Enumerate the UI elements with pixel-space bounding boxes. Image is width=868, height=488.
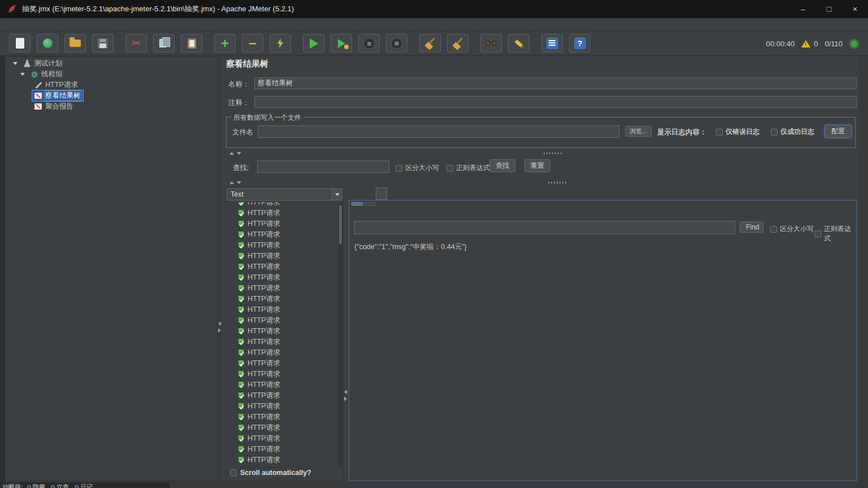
minimize-button[interactable]: – (790, 0, 816, 18)
tree-item-test-plan[interactable]: 测试计划 (5, 58, 217, 69)
sample-item[interactable]: HTTP请求 (227, 390, 338, 401)
sample-item[interactable]: HTTP请求 (227, 358, 338, 369)
start-no-pauses-button[interactable] (331, 34, 352, 53)
collapse-all-button[interactable] (242, 34, 263, 53)
sample-item[interactable]: HTTP请求 (227, 315, 338, 326)
subtab-response-headers[interactable] (364, 202, 375, 206)
sample-item[interactable]: HTTP请求 (227, 369, 338, 380)
help-button[interactable] (569, 34, 591, 53)
sample-item[interactable]: HTTP请求 (227, 422, 338, 433)
splitter-expand-right-icon[interactable] (218, 328, 221, 333)
sample-item[interactable]: HTTP请求 (227, 465, 338, 467)
expand-all-button[interactable] (214, 34, 236, 53)
list-scrollbar[interactable] (338, 202, 342, 467)
collapse-down-icon[interactable] (237, 181, 241, 184)
warning-icon[interactable] (801, 40, 810, 47)
templates-button[interactable] (37, 34, 58, 53)
collapse-up-icon[interactable] (229, 181, 234, 184)
sample-item[interactable]: HTTP请求 (227, 347, 338, 358)
tab-response-data[interactable] (376, 188, 387, 200)
browse-button[interactable]: 浏览... (625, 126, 652, 137)
sample-item[interactable]: HTTP请求 (227, 208, 338, 219)
scroll-automatically-checkbox[interactable] (230, 469, 237, 476)
sample-item[interactable]: HTTP请求 (227, 219, 338, 229)
shutdown-button[interactable] (386, 34, 407, 53)
sample-item[interactable]: HTTP请求 (227, 272, 338, 283)
close-button[interactable]: × (842, 0, 868, 18)
sample-item[interactable]: HTTP请求 (227, 401, 338, 412)
start-button[interactable] (303, 34, 324, 53)
expander-icon[interactable] (13, 62, 20, 65)
menu-options[interactable] (41, 23, 50, 25)
menu-edit[interactable] (14, 23, 23, 25)
save-button[interactable] (92, 34, 114, 53)
paste-button[interactable] (181, 34, 202, 53)
sample-item[interactable]: HTTP请求 (227, 326, 338, 337)
tree-item-thread-group[interactable]: 线程组 (5, 69, 217, 80)
menu-search[interactable] (23, 23, 32, 25)
copy-button[interactable] (153, 34, 175, 53)
function-helper-button[interactable] (541, 34, 563, 53)
open-button[interactable] (64, 34, 86, 53)
tab-sampler-result[interactable] (350, 188, 361, 200)
sample-item[interactable]: HTTP请求 (227, 262, 338, 272)
clear-all-button[interactable] (447, 34, 468, 53)
sample-item[interactable]: HTTP请求 (227, 304, 338, 315)
name-field[interactable] (254, 77, 857, 89)
chevron-down-icon[interactable] (332, 189, 342, 200)
sample-item[interactable]: HTTP请求 (227, 433, 338, 444)
sample-item[interactable]: HTTP请求 (227, 294, 338, 304)
splitter-handle[interactable] (548, 182, 567, 184)
menu-help[interactable] (59, 23, 68, 25)
errors-only-checkbox[interactable] (716, 129, 723, 136)
tab-request[interactable] (363, 188, 374, 200)
regex-checkbox[interactable] (446, 165, 453, 172)
filename-field[interactable] (258, 125, 619, 138)
menu-file[interactable] (5, 23, 14, 25)
subtab-response-body[interactable] (351, 202, 363, 206)
sample-item[interactable]: HTTP请求 (227, 444, 338, 455)
response-case-checkbox[interactable] (770, 226, 777, 233)
maximize-button[interactable]: □ (816, 0, 842, 18)
case-sensitive-checkbox[interactable] (396, 165, 402, 172)
sample-item[interactable]: HTTP请求 (227, 240, 338, 251)
splitter-handle[interactable] (544, 152, 563, 154)
menu-tools[interactable] (50, 23, 59, 25)
sample-item[interactable]: HTTP请求 (227, 229, 338, 240)
response-find-button[interactable]: Find (740, 221, 763, 233)
expander-icon[interactable] (20, 73, 28, 76)
sample-item[interactable]: HTTP请求 (227, 455, 338, 465)
splitter-middle[interactable] (222, 180, 859, 185)
response-regex-checkbox[interactable] (814, 230, 821, 237)
success-only-checkbox[interactable] (771, 129, 778, 136)
find-button[interactable]: 查找 (489, 159, 515, 172)
configure-button[interactable]: 配置 (824, 125, 852, 138)
tree-item-http-request[interactable]: HTTP请求 (5, 80, 217, 90)
tree-item-aggregate-report[interactable]: 聚合报告 (5, 101, 217, 112)
search-input[interactable] (257, 160, 389, 173)
stop-button[interactable] (358, 34, 380, 53)
toggle-button[interactable] (270, 34, 291, 53)
sample-item[interactable]: HTTP请求 (227, 380, 338, 390)
search-button[interactable] (480, 34, 502, 53)
new-file-button[interactable] (9, 34, 31, 53)
sample-item[interactable]: HTTP请求 (227, 337, 338, 347)
menu-run[interactable] (32, 23, 41, 25)
list-scrollbar-thumb[interactable] (339, 205, 342, 245)
splitter-collapse-left-icon[interactable] (218, 321, 221, 326)
splitter-top[interactable] (222, 151, 859, 156)
sample-item[interactable]: HTTP请求 (227, 202, 338, 208)
search-reset-button[interactable] (508, 34, 530, 53)
sample-item[interactable]: HTTP请求 (227, 412, 338, 422)
sample-item[interactable]: HTTP请求 (227, 283, 338, 294)
splitter-collapse-left-icon[interactable] (344, 390, 347, 394)
collapse-down-icon[interactable] (237, 152, 241, 155)
tree-item-view-results-tree[interactable]: 察看结果树 (5, 90, 217, 101)
clear-button[interactable] (419, 34, 441, 53)
splitter-expand-right-icon[interactable] (344, 396, 347, 401)
cut-button[interactable] (125, 34, 147, 53)
reset-button[interactable]: 重置 (524, 159, 550, 172)
collapse-up-icon[interactable] (229, 152, 234, 155)
response-search-input[interactable] (354, 221, 735, 234)
comment-field[interactable] (254, 96, 857, 108)
